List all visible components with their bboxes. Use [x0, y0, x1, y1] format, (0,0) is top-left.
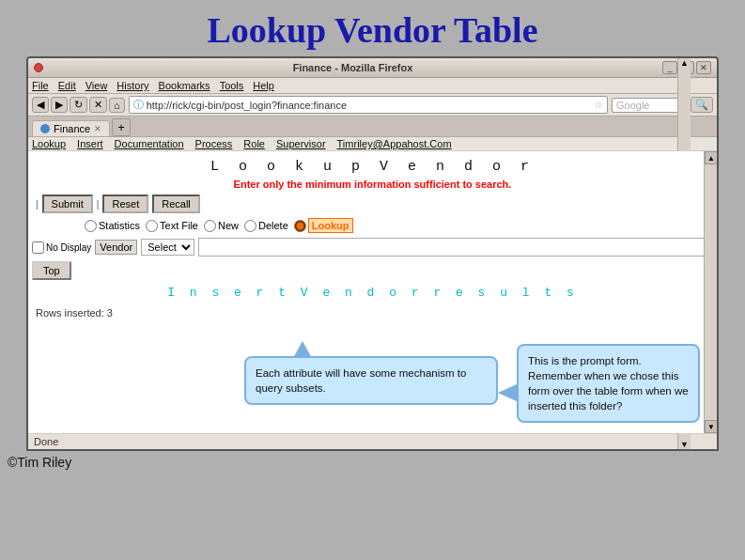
submit-button[interactable]: Submit — [42, 194, 93, 213]
app-menu-insert[interactable]: Insert — [77, 138, 103, 149]
app-menu-supervisor[interactable]: Supervisor — [276, 138, 326, 149]
menu-help[interactable]: Help — [253, 80, 274, 91]
radio-statistics[interactable]: Statistics — [85, 220, 140, 232]
radio-new-input[interactable] — [204, 220, 216, 232]
vendor-select[interactable]: Select — [141, 239, 194, 256]
radio-delete-label: Delete — [258, 220, 288, 231]
menu-tools[interactable]: Tools — [220, 80, 244, 91]
app-menu-documentation[interactable]: Documentation — [115, 138, 184, 149]
close-button[interactable]: ✕ — [696, 61, 711, 74]
callout-right: This is the prompt form. Remember when w… — [517, 344, 700, 423]
callout-bottom: Each attribute will have some mechanism … — [244, 356, 498, 405]
callout-right-text: This is the prompt form. Remember when w… — [528, 355, 689, 412]
radio-delete[interactable]: Delete — [244, 220, 288, 232]
pipe-right: | — [97, 199, 100, 210]
form-subtitle: Enter only the minimum information suffi… — [28, 177, 717, 192]
close-icon[interactable] — [34, 63, 43, 72]
top-button[interactable]: Top — [32, 261, 71, 280]
results-title: I n s e r t V e n d o r r e s u l t s — [28, 282, 717, 303]
author: ©Tim Riley — [0, 451, 745, 474]
radio-new-label: New — [218, 220, 239, 231]
app-menu-process[interactable]: Process — [195, 138, 233, 149]
bookmark-icon[interactable]: ☆ — [594, 99, 603, 111]
title-bar: Finance - Mozilla Firefox _ □ ✕ — [28, 58, 717, 78]
status-text: Done — [34, 436, 58, 447]
menu-bookmarks[interactable]: Bookmarks — [159, 80, 210, 91]
recall-button[interactable]: Recall — [152, 194, 200, 213]
reset-button[interactable]: Reset — [102, 194, 148, 213]
address-bar: ◀ ▶ ↻ ✕ ⌂ ⓘ http://rick/cgi-bin/post_log… — [28, 94, 717, 117]
menu-view[interactable]: View — [85, 80, 108, 91]
tab-icon — [40, 124, 50, 133]
form-title: L o o k u p V e n d o r — [28, 155, 717, 177]
url-bar[interactable]: ⓘ http://rick/cgi-bin/post_login?finance… — [129, 96, 608, 114]
radio-lookup-input[interactable] — [294, 220, 306, 232]
menu-file[interactable]: File — [32, 80, 49, 91]
app-menu-role[interactable]: Role — [243, 138, 265, 149]
radio-textfile[interactable]: Text File — [146, 220, 198, 232]
scroll-up-btn[interactable]: ▲ — [705, 151, 717, 164]
no-display-label[interactable]: No Display — [32, 241, 91, 254]
tab-close-icon[interactable]: ✕ — [94, 124, 101, 133]
vendor-row: No Display Vendor Select — [28, 235, 717, 259]
status-bar: Done — [28, 433, 717, 449]
minimize-button[interactable]: _ — [662, 61, 677, 74]
url-text: http://rick/cgi-bin/post_login?finance:f… — [147, 100, 347, 111]
home-button[interactable]: ⌂ — [109, 98, 125, 113]
forward-button[interactable]: ▶ — [51, 97, 68, 113]
scroll-track — [705, 164, 717, 420]
scroll-down[interactable]: ▼ — [680, 440, 689, 449]
slide-title: Lookup Vendor Table — [0, 0, 745, 56]
radio-statistics-input[interactable] — [85, 220, 97, 232]
radio-statistics-label: Statistics — [99, 220, 140, 231]
tab-label: Finance — [54, 123, 90, 134]
back-button[interactable]: ◀ — [32, 97, 49, 113]
browser-title: Finance - Mozilla Firefox — [43, 62, 662, 73]
browser-window: Finance - Mozilla Firefox _ □ ✕ File Edi… — [26, 56, 719, 451]
app-menu-email[interactable]: Timriley@Appahost.Com — [337, 138, 452, 149]
menu-edit[interactable]: Edit — [58, 80, 76, 91]
radio-row: Statistics Text File New Delete Lookup — [28, 216, 717, 235]
reload-button[interactable]: ↻ — [70, 97, 87, 113]
content-area: L o o k u p V e n d o r Enter only the m… — [28, 151, 717, 433]
radio-lookup[interactable]: Lookup — [294, 218, 353, 233]
no-display-text: No Display — [46, 242, 91, 253]
app-menu-lookup[interactable]: Lookup — [32, 138, 66, 149]
scroll-down-btn[interactable]: ▼ — [705, 420, 717, 433]
new-tab-button[interactable]: + — [112, 118, 131, 136]
radio-textfile-input[interactable] — [146, 220, 158, 232]
nav-menu-bar: File Edit View History Bookmarks Tools H… — [28, 78, 717, 94]
rows-info: Rows inserted: 3 — [28, 303, 717, 322]
callout-bottom-arrow — [293, 341, 312, 358]
radio-lookup-label: Lookup — [308, 218, 353, 233]
callout-right-arrow — [498, 383, 519, 402]
scroll-up[interactable]: ▲ — [680, 58, 689, 68]
menu-history[interactable]: History — [116, 80, 148, 91]
radio-delete-input[interactable] — [244, 220, 256, 232]
stop-button[interactable]: ✕ — [89, 97, 107, 113]
nav-menus: File Edit View History Bookmarks Tools H… — [32, 80, 274, 91]
vendor-text-input[interactable] — [198, 238, 713, 257]
tab-finance[interactable]: Finance ✕ — [32, 120, 110, 136]
vendor-field-label: Vendor — [95, 240, 137, 255]
url-icon: ⓘ — [133, 98, 144, 112]
tab-bar: Finance ✕ + — [28, 117, 717, 137]
button-row: | Submit | Reset Recall — [28, 192, 717, 216]
search-button[interactable]: 🔍 — [691, 97, 713, 113]
no-display-checkbox[interactable] — [32, 241, 44, 254]
pipe-left: | — [36, 199, 39, 210]
app-menu-bar: Lookup Insert Documentation Process Role… — [28, 137, 717, 151]
radio-textfile-label: Text File — [160, 220, 198, 231]
radio-new[interactable]: New — [204, 220, 239, 232]
content-scrollbar: ▲ ▼ — [704, 151, 717, 433]
search-box[interactable]: Google — [612, 98, 687, 113]
callout-bottom-text: Each attribute will have some mechanism … — [256, 367, 466, 394]
nav-buttons: ◀ ▶ ↻ ✕ ⌂ — [32, 97, 125, 113]
top-btn-row: Top — [28, 259, 717, 282]
search-placeholder: Google — [616, 100, 649, 111]
